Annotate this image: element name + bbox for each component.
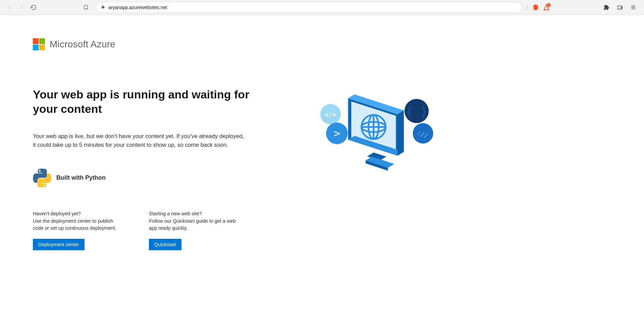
svg-marker-7 — [397, 110, 404, 156]
cta-deployment: Haven't deployed yet? Use the deployment… — [33, 211, 120, 251]
lock-icon — [101, 5, 105, 10]
url-text: aryanapp.azurewebsites.net — [108, 5, 167, 10]
brand-text: Microsoft Azure — [50, 39, 115, 50]
page-content: Microsoft Azure Your web app is running … — [0, 15, 470, 264]
browser-toolbar: aryanapp.azurewebsites.net | 1 — [0, 0, 644, 15]
brave-rewards-icon[interactable] — [532, 4, 539, 11]
cta-deploy-text: Use the deployment center to publish cod… — [33, 218, 120, 232]
svg-text:{ }: { } — [406, 104, 427, 119]
brave-shields-icon[interactable]: 1 — [543, 4, 550, 11]
cta-quickstart-question: Starting a new web site? — [149, 211, 236, 216]
deployment-center-button[interactable]: Deployment center — [33, 239, 85, 250]
built-with-label: Built with Python — [56, 174, 106, 181]
microsoft-logo-icon — [33, 38, 45, 50]
svg-text:</>: </> — [325, 111, 336, 118]
forward-button[interactable] — [16, 2, 27, 13]
svg-text:>: > — [334, 127, 340, 140]
wallet-button[interactable] — [615, 3, 625, 12]
back-button[interactable] — [4, 2, 15, 13]
python-icon — [33, 169, 52, 187]
menu-button[interactable] — [629, 3, 638, 12]
cta-deploy-question: Haven't deployed yet? — [33, 211, 120, 216]
built-with-row: Built with Python — [33, 169, 268, 187]
extensions-button[interactable] — [602, 3, 611, 12]
bookmark-button[interactable] — [80, 2, 91, 13]
reload-button[interactable] — [28, 2, 39, 13]
address-bar[interactable]: aryanapp.azurewebsites.net — [96, 2, 522, 13]
shield-badge: 1 — [547, 3, 551, 7]
azure-logo: Microsoft Azure — [33, 38, 437, 50]
page-description: Your web app is live, but we don't have … — [33, 132, 248, 150]
quickstart-button[interactable]: Quickstart — [149, 239, 181, 250]
page-title: Your web app is running and waiting for … — [33, 87, 268, 116]
cta-quickstart-text: Follow our Quickstart guide to get a web… — [149, 218, 236, 232]
hero-illustration: </> > { } :// — [315, 87, 442, 179]
cta-quickstart: Starting a new web site? Follow our Quic… — [149, 211, 236, 251]
